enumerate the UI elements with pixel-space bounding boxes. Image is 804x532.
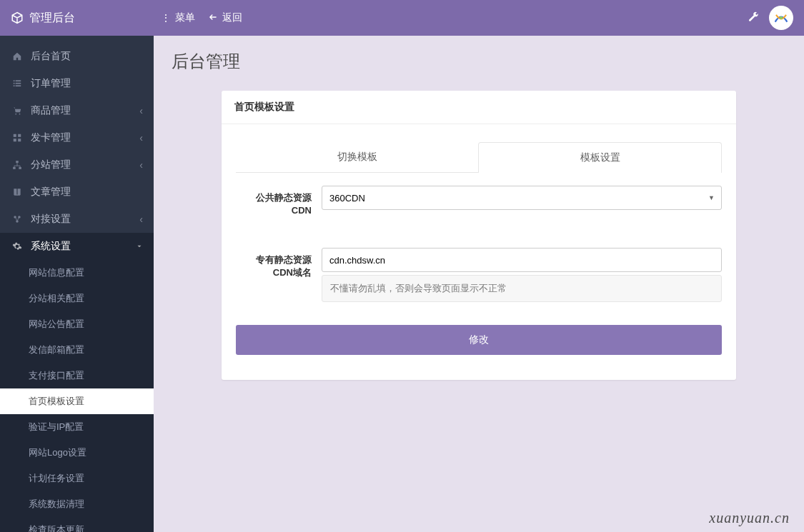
svg-point-9	[19, 114, 21, 115]
panel-body: 切换模板 模板设置 公共静态资源CDN 360CDN 专	[222, 124, 736, 380]
form-row-private-cdn: 专有静态资源CDN域名 不懂请勿乱填，否则会导致页面显示不正常	[236, 248, 722, 302]
label-private-cdn: 专有静态资源CDN域名	[236, 248, 322, 302]
back-label: 返回	[222, 11, 242, 24]
svg-rect-5	[16, 83, 21, 84]
menu-button[interactable]: ⋮ 菜单	[161, 11, 195, 24]
menu-label: 菜单	[175, 11, 195, 24]
sidebar-item-articles[interactable]: 文章管理	[0, 179, 154, 206]
chevron-left-icon: ‹	[139, 105, 143, 116]
svg-rect-13	[18, 139, 21, 141]
topbar-right	[748, 6, 793, 30]
submit-button[interactable]: 修改	[236, 325, 722, 355]
sub-item-site-info[interactable]: 网站信息配置	[0, 260, 154, 286]
sidebar-item-label: 商品管理	[31, 104, 71, 117]
sidebar-item-products[interactable]: 商品管理 ‹	[0, 97, 154, 124]
cube-icon	[11, 11, 24, 24]
page-title: 后台管理	[172, 50, 786, 73]
home-icon	[11, 51, 24, 61]
sidebar-item-label: 后台首页	[31, 50, 71, 63]
brand-text: 管理后台	[29, 11, 75, 26]
panel-header: 首页模板设置	[222, 91, 736, 124]
svg-rect-10	[14, 134, 16, 137]
svg-point-8	[15, 114, 16, 115]
chevron-left-icon: ‹	[139, 159, 143, 171]
svg-rect-6	[14, 85, 15, 86]
sidebar-item-orders[interactable]: 订单管理	[0, 70, 154, 97]
panel-template-settings: 首页模板设置 切换模板 模板设置 公共静态资源CDN 360CDN	[222, 91, 736, 380]
sidebar-item-home[interactable]: 后台首页	[0, 43, 154, 70]
svg-rect-15	[13, 167, 16, 169]
menu-dots-icon: ⋮	[161, 12, 171, 24]
topbar-menu-area: ⋮ 菜单 返回	[161, 11, 242, 24]
form-row-cdn: 公共静态资源CDN 360CDN	[236, 186, 722, 216]
sub-item-update[interactable]: 检查版本更新	[0, 517, 154, 532]
sub-item-data-clean[interactable]: 系统数据清理	[0, 491, 154, 517]
sidebar-item-system[interactable]: 系统设置	[0, 233, 154, 260]
chevron-left-icon: ‹	[139, 214, 143, 225]
gear-icon	[11, 241, 24, 251]
sidebar-item-label: 发卡管理	[31, 131, 71, 144]
sidebar-item-label: 系统设置	[31, 240, 71, 253]
svg-rect-16	[19, 167, 21, 169]
sidebar-item-label: 对接设置	[31, 213, 71, 226]
sub-item-announcement[interactable]: 网站公告配置	[0, 311, 154, 337]
sub-item-logo[interactable]: 网站Logo设置	[0, 440, 154, 466]
svg-rect-14	[16, 161, 19, 163]
sub-item-verify-ip[interactable]: 验证与IP配置	[0, 414, 154, 440]
tab-row: 切换模板 模板设置	[236, 142, 722, 173]
help-private-cdn: 不懂请勿乱填，否则会导致页面显示不正常	[322, 275, 722, 302]
back-arrow-icon	[208, 12, 218, 24]
watermark: xuanyuan.cn	[709, 510, 790, 526]
wrench-icon[interactable]	[748, 11, 759, 25]
list-icon	[11, 79, 24, 89]
input-private-cdn[interactable]	[322, 248, 722, 272]
sidebar-item-cards[interactable]: 发卡管理 ‹	[0, 124, 154, 151]
svg-rect-11	[18, 134, 21, 137]
brand: 管理后台	[11, 11, 154, 26]
sidebar-item-label: 分站管理	[31, 159, 71, 171]
sitemap-icon	[11, 160, 24, 170]
sidebar: 后台首页 订单管理 商品管理 ‹ 发卡管理 ‹ 分站管理 ‹ 文章管理 对接设置	[0, 36, 154, 532]
topbar: 管理后台 ⋮ 菜单 返回	[0, 0, 804, 36]
svg-rect-7	[16, 85, 21, 86]
sub-item-template[interactable]: 首页模板设置	[0, 388, 154, 414]
sidebar-item-integration[interactable]: 对接设置 ‹	[0, 206, 154, 233]
back-button[interactable]: 返回	[208, 11, 242, 24]
main-content: 后台管理 首页模板设置 切换模板 模板设置 公共静态资源CDN 360CDN	[154, 36, 804, 532]
grid-icon	[11, 133, 24, 143]
sub-item-cron[interactable]: 计划任务设置	[0, 466, 154, 491]
svg-rect-2	[14, 80, 15, 81]
tab-switch-template[interactable]: 切换模板	[236, 142, 478, 173]
sidebar-sublist-system: 网站信息配置 分站相关配置 网站公告配置 发信邮箱配置 支付接口配置 首页模板设…	[0, 260, 154, 532]
sidebar-item-label: 文章管理	[31, 186, 71, 199]
chevron-down-icon	[136, 241, 143, 252]
svg-point-19	[16, 220, 19, 223]
svg-rect-3	[16, 80, 21, 81]
sidebar-item-label: 订单管理	[31, 77, 71, 90]
sub-item-substation-config[interactable]: 分站相关配置	[0, 286, 154, 311]
sidebar-item-substations[interactable]: 分站管理 ‹	[0, 151, 154, 179]
link-icon	[11, 214, 24, 224]
cart-icon	[11, 106, 24, 116]
svg-rect-4	[14, 83, 15, 84]
svg-point-1	[780, 16, 783, 19]
select-public-cdn[interactable]: 360CDN	[322, 186, 722, 210]
book-icon	[11, 187, 24, 197]
tab-template-settings[interactable]: 模板设置	[478, 142, 722, 173]
avatar[interactable]	[769, 6, 793, 30]
svg-rect-12	[14, 139, 16, 141]
sub-item-mail[interactable]: 发信邮箱配置	[0, 337, 154, 363]
chevron-left-icon: ‹	[139, 132, 143, 144]
label-public-cdn: 公共静态资源CDN	[236, 186, 322, 216]
sub-item-payment[interactable]: 支付接口配置	[0, 363, 154, 388]
